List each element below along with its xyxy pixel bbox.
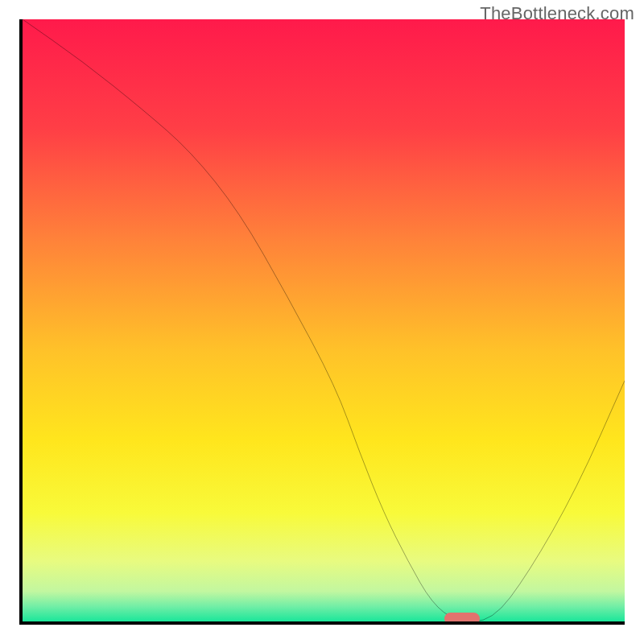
- bottleneck-curve: [23, 19, 625, 621]
- curve-path: [23, 19, 625, 621]
- optimal-marker: [444, 613, 481, 625]
- watermark-text: TheBottleneck.com: [480, 3, 634, 24]
- plot-area: [19, 19, 625, 625]
- chart-container: TheBottleneck.com: [0, 0, 644, 644]
